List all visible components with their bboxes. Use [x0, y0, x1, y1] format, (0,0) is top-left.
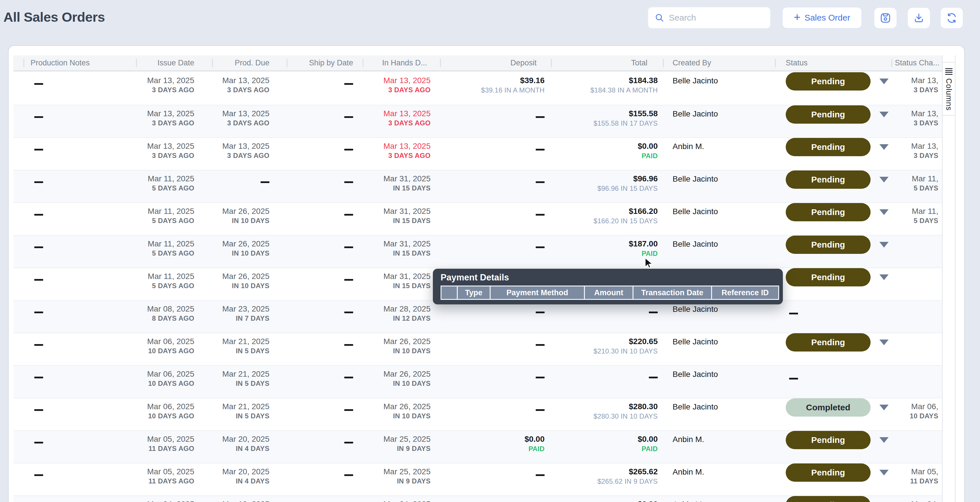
status-dropdown-caret-icon[interactable]: [880, 144, 889, 150]
cell-total: $0.00PAID: [551, 138, 663, 170]
column-header-status-changed[interactable]: Status Cha...: [891, 56, 942, 70]
column-header-prod-due[interactable]: Prod. Due: [212, 56, 286, 70]
table-row[interactable]: Mar 13, 20253 DAYS AGOMar 13, 20253 DAYS…: [13, 137, 942, 170]
status-badge[interactable]: Completed: [786, 398, 870, 416]
status-dropdown-caret-icon[interactable]: [880, 470, 889, 475]
table-row[interactable]: Mar 11, 20255 DAYS AGOMar 31, 2025IN 15 …: [13, 170, 942, 202]
status-badge[interactable]: Pending: [786, 105, 870, 124]
column-header-created-by[interactable]: Created By: [663, 56, 775, 70]
save-button[interactable]: [874, 7, 897, 29]
dash-placeholder: [649, 376, 658, 378]
cell-deposit: $39.16$39.16 IN A MONTH: [440, 72, 551, 105]
dash-placeholder: [344, 149, 353, 151]
columns-icon: [945, 68, 953, 75]
cell-prod-due: Mar 13, 20253 DAYS AGO: [212, 138, 286, 170]
column-header-production-notes[interactable]: Production Notes: [13, 56, 136, 70]
status-badge[interactable]: Pending: [786, 203, 870, 221]
status-badge[interactable]: Pending: [786, 464, 870, 482]
columns-panel-toggle[interactable]: Columns: [943, 62, 955, 116]
table-row[interactable]: Mar 06, 202510 DAYS AGOMar 21, 2025IN 5 …: [13, 398, 942, 431]
refresh-button[interactable]: [940, 7, 963, 29]
table-row[interactable]: Mar 13, 20253 DAYS AGOMar 13, 20253 DAYS…: [13, 72, 942, 105]
dash-placeholder: [649, 311, 658, 313]
status-badge[interactable]: Pending: [786, 235, 870, 254]
status-dropdown-caret-icon[interactable]: [880, 112, 889, 118]
add-sales-order-button[interactable]: + Sales Order: [782, 7, 862, 29]
cell-production-notes: [13, 235, 136, 268]
column-header-ship-by-date[interactable]: Ship by Date: [286, 56, 363, 70]
status-badge[interactable]: Pending: [786, 431, 870, 449]
table-row[interactable]: Mar 13, 20253 DAYS AGOMar 13, 20253 DAYS…: [13, 105, 942, 137]
status-badge[interactable]: Pending: [786, 268, 870, 286]
status-dropdown-caret-icon[interactable]: [880, 437, 889, 443]
table-row[interactable]: Mar 11, 20255 DAYS AGOMar 26, 2025IN 10 …: [13, 202, 942, 235]
status-dropdown-caret-icon[interactable]: [880, 405, 889, 410]
columns-side-rail: Columns: [942, 56, 955, 502]
search-box[interactable]: [648, 7, 771, 29]
cell-status: Pending: [775, 268, 891, 300]
search-input[interactable]: [669, 13, 763, 22]
table-row[interactable]: Mar 06, 202510 DAYS AGOMar 21, 2025IN 5 …: [13, 365, 942, 398]
cell-issue-date: Mar 13, 20253 DAYS AGO: [136, 105, 212, 137]
cell-deposit: [440, 235, 551, 268]
cell-status-changed: [891, 431, 942, 463]
status-dropdown-caret-icon[interactable]: [880, 177, 889, 183]
table-row[interactable]: Mar 06, 202510 DAYS AGOMar 21, 2025IN 5 …: [13, 333, 942, 365]
cell-total: $166.20$166.20 IN 15 DAYS: [551, 203, 663, 235]
table-row[interactable]: Mar 04, 2025Mar 19, 2025Mar 24, 2025$0.0…: [13, 496, 942, 502]
cell-in-hands-date: Mar 26, 2025IN 10 DAYS: [363, 366, 440, 398]
status-badge[interactable]: Pending: [786, 72, 870, 91]
column-header-issue-date[interactable]: Issue Date: [136, 56, 212, 70]
cell-status: Pending: [775, 203, 891, 235]
column-header-total[interactable]: Total: [551, 56, 663, 70]
cell-status-changed: [891, 366, 942, 398]
table-row[interactable]: Mar 05, 202511 DAYS AGOMar 20, 2025IN 4 …: [13, 431, 942, 463]
column-header-status[interactable]: Status: [775, 56, 891, 70]
cell-total: $280.30$280.30 IN 10 DAYS: [551, 398, 663, 431]
cell-prod-due: Mar 26, 2025IN 10 DAYS: [212, 203, 286, 235]
cell-deposit: [440, 105, 551, 137]
cell-status-changed: Mar 13,3 DAYS: [891, 72, 942, 105]
dash-placeholder: [34, 181, 43, 183]
status-dropdown-caret-icon[interactable]: [880, 340, 889, 345]
status-badge[interactable]: Pending: [786, 138, 870, 156]
table-row[interactable]: Mar 11, 20255 DAYS AGOMar 26, 2025IN 10 …: [13, 235, 942, 268]
status-badge[interactable]: Pending: [786, 333, 870, 351]
cell-prod-due: Mar 21, 2025IN 5 DAYS: [212, 366, 286, 398]
status-badge[interactable]: Pending: [786, 170, 870, 189]
dash-placeholder: [344, 474, 353, 476]
dash-placeholder: [34, 214, 43, 216]
table-row[interactable]: Mar 08, 20258 DAYS AGOMar 23, 2025IN 7 D…: [13, 300, 942, 333]
cell-created-by: Belle Jacinto: [663, 105, 775, 137]
dash-placeholder: [344, 409, 353, 411]
cell-status-changed: Mar 13,3 DAYS: [891, 138, 942, 170]
dash-placeholder: [344, 181, 353, 183]
column-header-in-hands-date[interactable]: In Hands D...: [363, 56, 440, 70]
status-dropdown-caret-icon[interactable]: [880, 242, 889, 248]
table-row[interactable]: Mar 05, 202511 DAYS AGOMar 20, 2025IN 4 …: [13, 463, 942, 496]
cell-deposit: [440, 464, 551, 496]
status-badge[interactable]: Pending: [786, 496, 870, 502]
download-button[interactable]: [907, 7, 931, 29]
cell-ship-by-date: [286, 105, 363, 137]
status-dropdown-caret-icon[interactable]: [880, 78, 889, 84]
cell-in-hands-date: Mar 28, 2025IN 12 DAYS: [363, 301, 440, 333]
page-title: All Sales Orders: [3, 9, 105, 25]
dash-placeholder: [34, 376, 43, 378]
dash-placeholder: [536, 181, 544, 183]
cell-prod-due: Mar 20, 2025IN 4 DAYS: [212, 431, 286, 463]
cell-created-by: Belle Jacinto: [663, 366, 775, 398]
save-icon: [880, 12, 891, 24]
cell-status: [775, 366, 891, 398]
status-dropdown-caret-icon[interactable]: [880, 209, 889, 215]
cell-ship-by-date: [286, 301, 363, 333]
column-header-deposit[interactable]: Deposit: [440, 56, 551, 70]
cell-ship-by-date: [286, 333, 363, 365]
status-dropdown-caret-icon[interactable]: [880, 275, 889, 280]
dash-placeholder: [344, 246, 353, 248]
cell-deposit: $0.00PAID: [440, 431, 551, 463]
cell-in-hands-date: Mar 31, 2025IN 15 DAYS: [363, 170, 440, 202]
dash-placeholder: [344, 376, 353, 378]
cell-status-changed: Mar 11,5 DAYS: [891, 170, 942, 202]
dash-placeholder: [344, 279, 353, 281]
